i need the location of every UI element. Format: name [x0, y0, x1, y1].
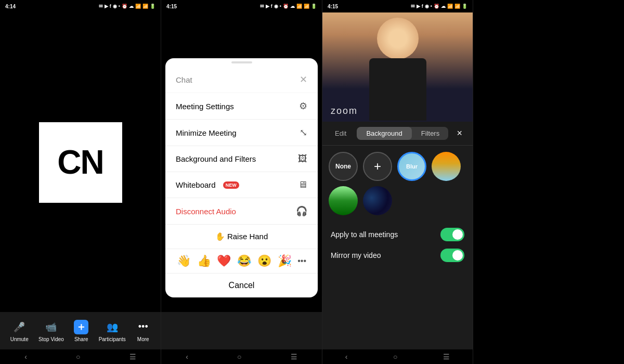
- stop-video-icon: 📹: [44, 320, 58, 334]
- emoji-celebrate[interactable]: 🎉: [278, 254, 292, 268]
- emoji-wow[interactable]: 😮: [257, 254, 271, 268]
- mirror-video-label: Mirror my video: [331, 251, 381, 259]
- nav-bar-1: ‹ ○ ☰: [0, 349, 161, 364]
- face-sim: [377, 18, 419, 59]
- zoom-watermark: zoom: [331, 106, 358, 116]
- close-panel-button[interactable]: ×: [452, 126, 466, 141]
- share-button[interactable]: ＋ Share: [74, 320, 88, 342]
- apply-all-label: Apply to all meetings: [331, 230, 398, 239]
- settings-icon: ⚙: [299, 100, 307, 112]
- body-sim: [369, 58, 426, 121]
- camera-preview: zoom: [322, 12, 473, 122]
- disconnect-audio-icon: 🎧: [296, 205, 307, 217]
- tab-filters[interactable]: Filters: [412, 127, 449, 140]
- background-options: None + Blur: [322, 146, 473, 222]
- unmute-button[interactable]: 🎤 Unmute: [10, 320, 29, 342]
- bottom-bar-2: [161, 312, 322, 349]
- participants-button[interactable]: 👥 Participants: [99, 320, 126, 342]
- edit-button[interactable]: Edit: [329, 126, 353, 140]
- bg-option-add[interactable]: +: [363, 152, 392, 181]
- mirror-video-toggle[interactable]: [440, 249, 464, 262]
- background-settings: Apply to all meetings Mirror my video: [322, 222, 473, 268]
- minimize-label: Minimize Meeting: [176, 128, 237, 137]
- menu-item-disconnect-audio[interactable]: Disconnect Audio 🎧: [165, 198, 318, 225]
- share-icon: ＋: [74, 320, 88, 334]
- background-label: Background and Filters: [176, 154, 256, 163]
- nav-bar-3: ‹ ○ ☰: [322, 349, 473, 364]
- whiteboard-icon: 🖥: [298, 179, 307, 190]
- apply-all-row: Apply to all meetings: [331, 228, 464, 241]
- status-icons-2: ✉▶f◉• ⏰☁📶📶🔋: [260, 4, 317, 9]
- time-2: 4:15: [166, 4, 177, 9]
- menu-item-minimize[interactable]: Minimize Meeting ⤡: [165, 120, 318, 146]
- emoji-thumbsup[interactable]: 👍: [197, 254, 211, 268]
- chat-icon: ✕: [300, 74, 307, 85]
- bg-option-nature[interactable]: [329, 186, 358, 215]
- panel-tabs: Edit Background Filters ×: [322, 122, 473, 146]
- back-nav-3[interactable]: ‹: [345, 353, 348, 361]
- menu-item-whiteboard[interactable]: Whiteboard NEW 🖥: [165, 172, 318, 198]
- status-bar-2: 4:15 ✉▶f◉• ⏰☁📶📶🔋: [161, 0, 322, 12]
- raise-hand-label: ✋ Raise Hand: [215, 232, 268, 241]
- participants-icon: 👥: [105, 320, 120, 334]
- cancel-button[interactable]: Cancel: [165, 274, 318, 297]
- tab-group: Background Filters: [357, 127, 448, 140]
- phone2-main: Chat ✕ Meeting Settings ⚙ Minimize Meeti…: [161, 12, 322, 349]
- minimize-icon: ⤡: [300, 127, 307, 138]
- status-bar-3: 4:15 ✉▶f◉• ⏰☁📶📶🔋: [322, 0, 473, 12]
- more-button[interactable]: ••• More: [136, 320, 150, 342]
- menu-item-chat[interactable]: Chat ✕: [165, 67, 318, 93]
- emoji-more[interactable]: •••: [297, 256, 306, 266]
- cancel-label: Cancel: [229, 281, 255, 290]
- menu-item-background[interactable]: Background and Filters 🖼: [165, 146, 318, 172]
- back-nav[interactable]: ‹: [24, 353, 27, 361]
- time-1: 4:14: [5, 4, 16, 9]
- whiteboard-label: Whiteboard: [176, 180, 216, 189]
- menu-nav-3[interactable]: ☰: [443, 353, 450, 361]
- apply-all-toggle[interactable]: [440, 228, 464, 241]
- status-bar-1: 4:14 ✉▶f◉• ⏰☁📶📶🔋: [0, 0, 161, 12]
- unmute-icon: 🎤: [12, 320, 27, 334]
- more-menu: Chat ✕ Meeting Settings ⚙ Minimize Meeti…: [165, 58, 318, 297]
- nav-bar-2: ‹ ○ ☰: [161, 349, 322, 364]
- home-nav[interactable]: ○: [76, 353, 80, 361]
- disconnect-audio-label: Disconnect Audio: [176, 207, 236, 216]
- more-icon: •••: [136, 320, 150, 334]
- home-nav-3[interactable]: ○: [393, 353, 397, 361]
- raise-hand-button[interactable]: ✋ Raise Hand: [165, 225, 318, 249]
- chat-label: Chat: [176, 75, 192, 84]
- avatar-initials: CN: [57, 143, 103, 181]
- menu-item-meeting-settings[interactable]: Meeting Settings ⚙: [165, 93, 318, 120]
- menu-nav-2[interactable]: ☰: [291, 353, 297, 361]
- bottom-bar-1: 🎤 Unmute 📹 Stop Video ＋ Share 👥 Particip…: [0, 312, 161, 349]
- status-icons-1: ✉▶f◉• ⏰☁📶📶🔋: [99, 4, 155, 9]
- home-nav-2[interactable]: ○: [237, 353, 241, 361]
- background-panel: Edit Background Filters × None + Blur: [322, 122, 473, 349]
- new-badge: NEW: [223, 181, 239, 189]
- mirror-video-row: Mirror my video: [331, 249, 464, 262]
- scroll-indicator: [165, 58, 318, 67]
- video-area-1: CN: [0, 12, 161, 312]
- status-icons-3: ✉▶f◉• ⏰☁📶📶🔋: [411, 4, 467, 9]
- bg-option-space[interactable]: [363, 186, 392, 215]
- meeting-settings-label: Meeting Settings: [176, 102, 234, 111]
- emoji-row: 👋 👍 ❤️ 😂 😮 🎉 •••: [165, 249, 318, 274]
- time-3: 4:15: [328, 4, 338, 9]
- phone-3: 4:15 ✉▶f◉• ⏰☁📶📶🔋 zoom Edit Background Fi…: [322, 0, 473, 364]
- bg-option-golden-gate[interactable]: [432, 152, 461, 181]
- background-icon: 🖼: [298, 153, 307, 164]
- emoji-wave[interactable]: 👋: [177, 254, 191, 268]
- phone-2: 4:15 ✉▶f◉• ⏰☁📶📶🔋 Chat ✕ Meeting Setting: [161, 0, 322, 364]
- tab-background[interactable]: Background: [357, 127, 411, 140]
- phone-1: 4:14 ✉▶f◉• ⏰☁📶📶🔋 CN 🎤 Unmute 📹 Stop Vide…: [0, 0, 161, 364]
- bg-option-blur[interactable]: Blur: [397, 152, 426, 181]
- emoji-heart[interactable]: ❤️: [217, 254, 231, 268]
- back-nav-2[interactable]: ‹: [186, 353, 188, 361]
- emoji-laugh[interactable]: 😂: [237, 254, 251, 268]
- menu-nav[interactable]: ☰: [129, 353, 136, 361]
- bg-option-none[interactable]: None: [329, 152, 358, 181]
- avatar-box: CN: [39, 122, 122, 203]
- stop-video-button[interactable]: 📹 Stop Video: [38, 320, 64, 342]
